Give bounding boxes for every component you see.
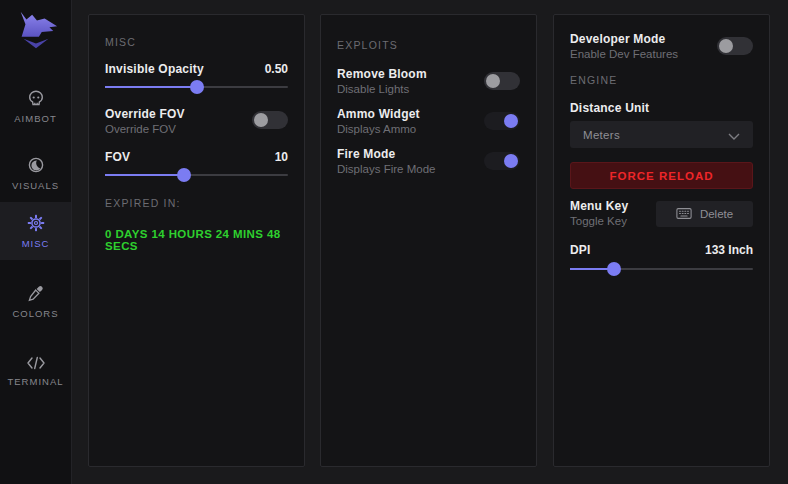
keyboard-icon: [676, 207, 692, 222]
override-fov-label: Override FOV: [105, 107, 242, 121]
invisible-opacity-value: 0.50: [265, 62, 288, 76]
dpi-row: DPI 133 Inch: [570, 243, 753, 257]
contrast-icon: [27, 156, 45, 174]
panel-misc-header: MISC: [105, 36, 136, 48]
fov-value: 10: [275, 150, 288, 164]
expired-countdown: 0 DAYS 14 HOURS 24 MINS 48 SECS: [105, 228, 288, 252]
toggle-knob: [504, 154, 518, 168]
developer-mode-block: Developer Mode Enable Dev Features: [570, 32, 707, 61]
toggle-knob: [504, 114, 518, 128]
remove-bloom-block: Remove Bloom Disable Lights: [337, 67, 474, 96]
wolf-logo: [0, 9, 71, 51]
skull-icon: [27, 89, 45, 107]
force-reload-button[interactable]: FORCE RELOAD: [570, 162, 753, 189]
toggle-knob: [719, 39, 733, 53]
developer-mode-toggle[interactable]: [717, 37, 753, 55]
distance-unit-row: Distance Unit: [570, 101, 753, 115]
panel-exploits-header: EXPLOITS: [337, 39, 398, 51]
code-icon: [26, 356, 46, 370]
developer-mode-sublabel: Enable Dev Features: [570, 47, 707, 61]
wolf-logo-icon: [13, 9, 59, 51]
sidebar-item-label: COLORS: [12, 308, 58, 319]
panel-misc: MISC Invisible Opacity 0.50 Override FOV…: [88, 14, 305, 467]
invisible-opacity-label: Invisible Opacity: [105, 62, 204, 76]
slider-thumb[interactable]: [190, 80, 204, 94]
slider-thumb[interactable]: [607, 262, 621, 276]
engine-header: ENGINE: [570, 74, 617, 86]
slider-thumb[interactable]: [177, 168, 191, 182]
sidebar-item-visuals[interactable]: VISUALS: [0, 144, 71, 202]
slider-fill: [105, 86, 197, 88]
invisible-opacity-row: Invisible Opacity 0.50: [105, 62, 288, 76]
developer-mode-label: Developer Mode: [570, 32, 707, 46]
fire-mode-toggle[interactable]: [484, 152, 520, 170]
sidebar-item-aimbot[interactable]: AIMBOT: [0, 77, 71, 135]
dpi-label: DPI: [570, 243, 591, 257]
fire-mode-block: Fire Mode Displays Fire Mode: [337, 147, 474, 176]
distance-unit-selected: Meters: [583, 129, 620, 141]
override-fov-block: Override FOV Override FOV: [105, 107, 242, 136]
fov-slider[interactable]: [105, 168, 288, 182]
sidebar-item-label: AIMBOT: [14, 113, 56, 124]
menu-key-delete-button[interactable]: Delete: [656, 201, 753, 227]
sidebar-item-label: VISUALS: [12, 180, 59, 191]
distance-unit-select[interactable]: Meters: [570, 121, 753, 148]
dpi-value: 133 Inch: [705, 243, 753, 257]
override-fov-toggle[interactable]: [252, 111, 288, 129]
override-fov-sublabel: Override FOV: [105, 122, 242, 136]
sidebar-item-label: MISC: [22, 238, 50, 249]
distance-unit-label: Distance Unit: [570, 101, 649, 115]
chevron-down-icon: [728, 126, 740, 144]
panel-settings: Developer Mode Enable Dev Features ENGIN…: [553, 14, 770, 467]
sidebar-item-misc[interactable]: MISC: [0, 202, 71, 260]
ammo-widget-block: Ammo Widget Displays Ammo: [337, 107, 474, 136]
fov-label: FOV: [105, 150, 130, 164]
sidebar-item-label: TERMINAL: [7, 376, 63, 387]
dpi-slider[interactable]: [570, 262, 753, 276]
ammo-widget-label: Ammo Widget: [337, 107, 474, 121]
sidebar: AIMBOT VISUALS: [0, 0, 72, 484]
fire-mode-label: Fire Mode: [337, 147, 474, 161]
toggle-knob: [486, 74, 500, 88]
remove-bloom-sublabel: Disable Lights: [337, 82, 474, 96]
panel-exploits: EXPLOITS Remove Bloom Disable Lights Amm…: [320, 14, 537, 467]
eyedropper-icon: [27, 284, 45, 302]
ammo-widget-sublabel: Displays Ammo: [337, 122, 474, 136]
toggle-knob: [254, 113, 268, 127]
menu-key-button-label: Delete: [700, 208, 733, 220]
gear-icon: [27, 214, 45, 232]
sidebar-item-terminal[interactable]: TERMINAL: [0, 342, 71, 400]
remove-bloom-toggle[interactable]: [484, 72, 520, 90]
expired-header: EXPIRED IN:: [105, 197, 181, 209]
slider-fill: [105, 174, 184, 176]
sidebar-item-colors[interactable]: COLORS: [0, 272, 71, 330]
remove-bloom-label: Remove Bloom: [337, 67, 474, 81]
ammo-widget-toggle[interactable]: [484, 112, 520, 130]
fov-row: FOV 10: [105, 150, 288, 164]
fire-mode-sublabel: Displays Fire Mode: [337, 162, 474, 176]
invisible-opacity-slider[interactable]: [105, 80, 288, 94]
app-window: AIMBOT VISUALS: [0, 0, 788, 484]
